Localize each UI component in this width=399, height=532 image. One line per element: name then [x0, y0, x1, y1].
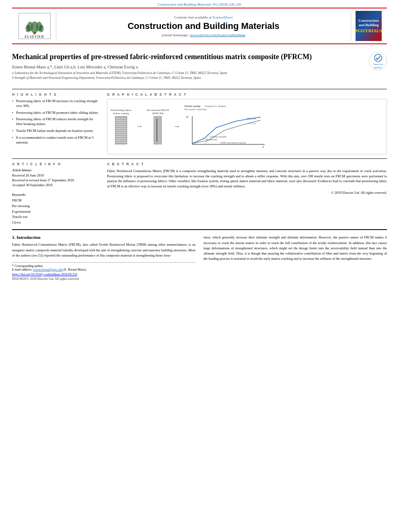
received-date: Received 26 June 2018 Received in revise… — [12, 173, 101, 188]
journal-homepage: journal homepage: www.elsevier.com/locat… — [162, 33, 245, 37]
header-center: Contents lists available at ScienceDirec… — [56, 11, 351, 41]
graphical-abstract-box: Prestressing fabric before casting → Pre… — [107, 99, 387, 154]
svg-point-6 — [374, 54, 382, 62]
keywords-list: FRCM Pre-stressing Experimental Tensile … — [12, 198, 101, 225]
journal-cover: Construction and Building MATERIALS — [356, 11, 382, 41]
arrow2: → — [173, 122, 180, 131]
body-right-col: tures, which generally increase their ul… — [204, 235, 387, 281]
abstract-text: Fabric Reinforced Cementitious Matrix (F… — [107, 168, 387, 189]
pfrcm-icon — [154, 116, 162, 144]
svg-point-3 — [25, 25, 30, 33]
ga-step1-label: Prestressing fabric before casting — [111, 109, 132, 115]
highlights-graphical-section: H I G H L I G H T S Prestressing fabric … — [12, 89, 387, 154]
affiliation-a: a Laboratory for the Technological Innov… — [12, 71, 364, 75]
body-section: 1. Introduction Fabric Reinforced Cement… — [12, 229, 387, 281]
body-left-col: 1. Introduction Fabric Reinforced Cement… — [12, 235, 195, 281]
info-abstract-section: A R T I C L E I N F O Article history: R… — [12, 158, 387, 226]
arrow1: → — [136, 122, 143, 131]
svg-text:ε: ε — [263, 144, 264, 148]
abstract-label: A B S T R A C T — [107, 162, 387, 166]
affiliations: a Laboratory for the Technological Innov… — [12, 71, 364, 80]
email-line: E-mail address: ernest.bernat@upc.edu (E… — [12, 268, 195, 271]
intro-left-text: Fabric Reinforced Cementitious Matrix (F… — [12, 242, 195, 258]
affiliation-b: b Strength of Materials and Structural E… — [12, 76, 364, 80]
article-info-col: A R T I C L E I N F O Article history: R… — [12, 162, 101, 226]
highlight-item-5: It is recommended to conduct tensile tes… — [12, 136, 101, 145]
graphical-abstract-label: G R A P H I C A L A B S T R A C T — [107, 92, 387, 97]
authors: Ernest Bernat-Maso a,*, Lluís Gil a,b, L… — [12, 65, 138, 69]
graphical-abstract-col: G R A P H I C A L A B S T R A C T Prestr… — [107, 92, 387, 154]
svg-text:Stiffer uncracked response: Stiffer uncracked response — [220, 142, 246, 144]
svg-text:Cracking strength: Cracking strength — [209, 136, 226, 138]
check-icon — [374, 54, 382, 62]
intro-heading: 1. Introduction — [12, 235, 195, 240]
authors-line: Ernest Bernat-Maso a,*, Lluís Gil a,b, L… — [12, 65, 364, 69]
highlight-item-2: Prestressing fabric of FRCM promotes fab… — [12, 111, 101, 115]
main-content: Mechanical properties of pre-stressed fa… — [12, 44, 387, 285]
svg-text:increase: increase — [209, 138, 217, 141]
svg-rect-5 — [33, 32, 36, 34]
history-label: Article history: — [12, 168, 101, 172]
page: Construction and Building Materials 191 … — [0, 0, 399, 532]
elsevier-logo-area: ELSEVIER — [16, 11, 56, 41]
svg-text:FRCM: FRCM — [248, 122, 256, 125]
article-title-section: Mechanical properties of pre-stressed fa… — [12, 48, 387, 85]
ga-step3-label: Tensile testing Clamped vs. Hinged Test … — [184, 105, 383, 111]
homepage-link[interactable]: www.elsevier.com/locate/conbuildmat — [190, 33, 245, 37]
contents-available: Contents lists available at ScienceDirec… — [175, 15, 233, 19]
footnotes: * Corresponding author. E-mail address: … — [12, 262, 195, 271]
journal-cover-area: Construction and Building MATERIALS — [351, 11, 383, 41]
doi-link[interactable]: https://doi.org/10.1016/j.conbuildmat.20… — [12, 273, 77, 276]
article-title-text: Mechanical properties of pre-stressed fa… — [12, 52, 364, 82]
ga-chart-svg: σ ε PFRCM — [184, 112, 273, 148]
email-link[interactable]: ernest.bernat@upc.edu — [33, 268, 63, 271]
sciencedirect-link[interactable]: ScienceDirect — [212, 15, 232, 19]
ga-inner: Prestressing fabric before casting → Pre… — [111, 103, 383, 151]
highlight-item-1: Prestressing fabric of FRCM increases it… — [12, 99, 101, 109]
doi-line: https://doi.org/10.1016/j.conbuildmat.20… — [12, 273, 195, 276]
ga-chart-area: Tensile testing Clamped vs. Hinged Test … — [184, 105, 383, 148]
elsevier-logo: ELSEVIER — [19, 13, 51, 39]
article-info-label: A R T I C L E I N F O — [12, 162, 101, 166]
journal-title: Construction and Building Materials — [128, 21, 280, 31]
elsevier-label: ELSEVIER — [25, 35, 44, 39]
copyright-line: © 2018 Elsevier Ltd. All rights reserved… — [107, 191, 387, 195]
ga-step2-label: Pre-stressed FRCM (PFRCM) — [147, 109, 169, 115]
highlights-list: Prestressing fabric of FRCM increases it… — [12, 99, 101, 145]
corresponding-author: * Corresponding author. — [12, 264, 195, 268]
keywords-label: Keywords: — [12, 193, 101, 197]
abstract-col: A B S T R A C T Fabric Reinforced Cement… — [107, 162, 387, 226]
journal-ref: Construction and Building Materials 191 … — [0, 0, 399, 8]
svg-text:σ: σ — [186, 115, 188, 119]
ga-step2: Pre-stressed FRCM (PFRCM) — [147, 109, 169, 144]
intro-right-text: tures, which generally increase their ul… — [204, 235, 387, 261]
highlights-col: H I G H L I G H T S Prestressing fabric … — [12, 92, 101, 154]
ga-step1: Prestressing fabric before casting — [111, 109, 132, 144]
fabric-icon — [115, 116, 127, 144]
svg-point-4 — [39, 25, 43, 33]
check-updates-badge: Check for updates — [369, 52, 387, 70]
highlight-item-3: Prestressing fabric of FRCM reduces tens… — [12, 117, 101, 127]
highlights-label: H I G H L I G H T S — [12, 92, 101, 97]
article-title: Mechanical properties of pre-stressed fa… — [12, 52, 364, 62]
journal-header: ELSEVIER Contents lists available at Sci… — [12, 8, 387, 44]
svg-text:PFRCM: PFRCM — [247, 117, 256, 120]
highlight-item-4: Tensile FRCM failure mode depends on fix… — [12, 129, 101, 134]
copyright-footer: 0950-0618/© 2018 Elsevier Ltd. All right… — [12, 277, 195, 281]
